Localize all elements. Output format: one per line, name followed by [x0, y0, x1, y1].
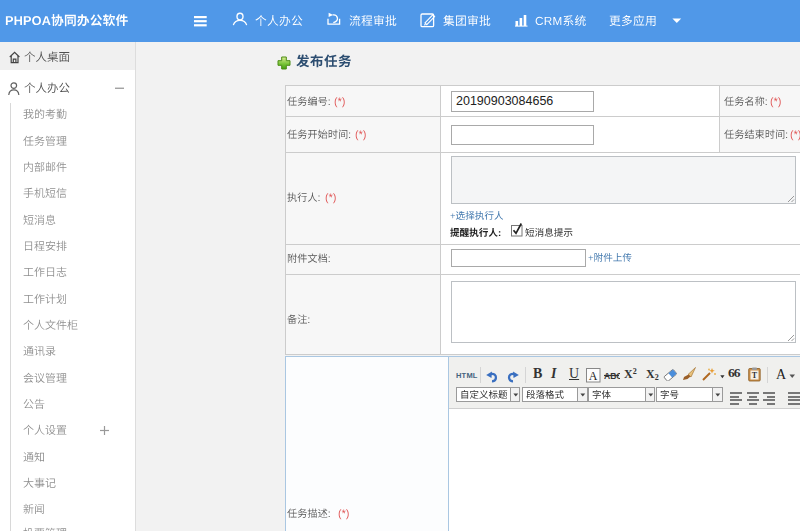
svg-text:A: A [589, 369, 598, 383]
svg-text:T: T [752, 371, 758, 380]
